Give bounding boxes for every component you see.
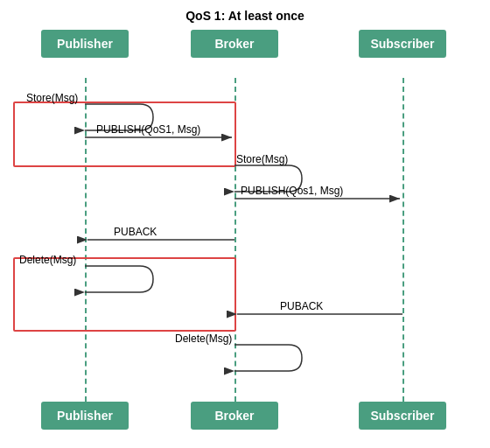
subscriber-top-box: Subscriber bbox=[359, 30, 446, 58]
svg-text:PUBACK: PUBACK bbox=[114, 226, 157, 238]
svg-text:PUBACK: PUBACK bbox=[280, 300, 323, 312]
sequence-diagram: Publisher Broker Subscriber Store(Msg) P… bbox=[0, 30, 490, 448]
publisher-bottom-box: Publisher bbox=[41, 402, 129, 430]
page-title: QoS 1: At least once bbox=[0, 0, 490, 23]
svg-text:Delete(Msg): Delete(Msg) bbox=[19, 254, 76, 266]
svg-text:Delete(Msg): Delete(Msg) bbox=[175, 332, 232, 345]
publisher-top-box: Publisher bbox=[41, 30, 129, 58]
subscriber-bottom-box: Subscriber bbox=[359, 402, 446, 430]
broker-top-box: Broker bbox=[191, 30, 278, 58]
sequence-arrows: Store(Msg) PUBLISH(QoS1, Msg) Store(Msg)… bbox=[0, 78, 490, 410]
svg-text:Store(Msg): Store(Msg) bbox=[236, 153, 288, 165]
svg-text:PUBLISH(QoS1, Msg): PUBLISH(QoS1, Msg) bbox=[96, 123, 200, 136]
svg-text:Store(Msg): Store(Msg) bbox=[26, 92, 78, 104]
broker-bottom-box: Broker bbox=[191, 402, 278, 430]
svg-text:PUBLISH(Qos1, Msg): PUBLISH(Qos1, Msg) bbox=[241, 185, 343, 197]
